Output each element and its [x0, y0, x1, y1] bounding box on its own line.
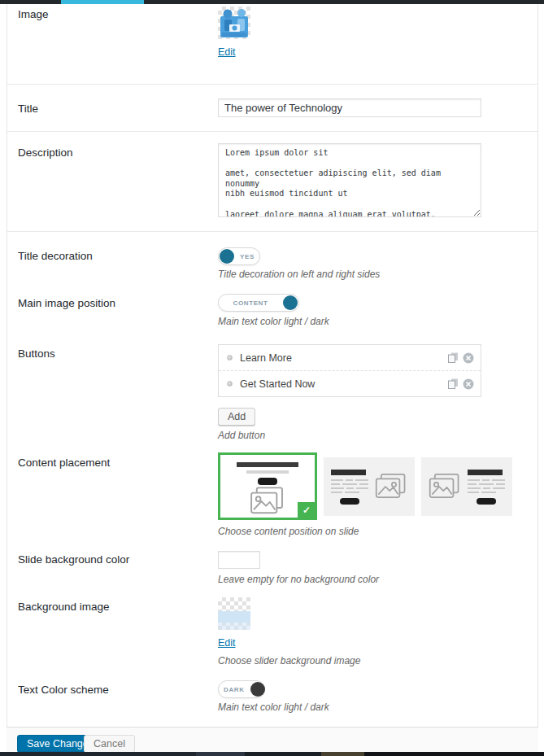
slide-bg-color-input[interactable] [218, 551, 260, 569]
page-content-edge [0, 752, 544, 756]
background-image-helper: Choose slider background image [218, 655, 360, 666]
main-image-position-toggle[interactable]: CONTENT [218, 294, 299, 312]
button-pill-glyph [477, 498, 496, 505]
placement-option-image-left-text-right[interactable] [421, 457, 512, 516]
buttons-field-label: Buttons [18, 347, 55, 360]
image-placeholder-icon [375, 473, 407, 500]
button-list-item[interactable]: Learn More [219, 345, 481, 370]
duplicate-icon[interactable] [448, 352, 459, 363]
content-placement-label: Content placement [18, 457, 110, 469]
image-placeholder-icon [429, 473, 461, 500]
buttons-repeater-list: Learn More Get Started Now [218, 344, 481, 397]
section-divider [7, 131, 538, 132]
toggle-knob-icon [250, 682, 265, 697]
button-pill-glyph [258, 478, 277, 485]
title-decoration-label: Title decoration [18, 250, 93, 262]
placement-option-content-centered[interactable]: ✓ [218, 452, 317, 520]
title-decoration-toggle[interactable]: YES [218, 247, 260, 265]
toggle-state-label: DARK [219, 686, 250, 693]
image-field-label: Image [18, 8, 49, 20]
duplicate-icon[interactable] [448, 378, 459, 389]
footer-bar: Save Changes Cancel [7, 727, 538, 753]
cancel-button[interactable]: Cancel [84, 735, 135, 753]
slide-bg-color-label: Slide background color [18, 553, 129, 566]
delete-icon[interactable] [463, 378, 474, 390]
main-image-position-label: Main image position [18, 297, 115, 309]
background-image-edit-link[interactable]: Edit [218, 637, 236, 649]
background-image-thumbnail[interactable] [218, 597, 250, 630]
bg-image-band [218, 611, 250, 623]
text-color-scheme-toggle[interactable]: DARK [218, 680, 265, 698]
button-item-label: Learn More [240, 352, 448, 364]
toggle-state-label: YES [235, 253, 259, 260]
slide-settings-panel: Image Edit Title Description Lorem ipsum… [0, 0, 544, 756]
add-button-helper: Add button [218, 430, 265, 441]
button-list-item[interactable]: Get Started Now [219, 370, 481, 396]
section-divider [7, 84, 538, 85]
delete-icon[interactable] [463, 352, 474, 364]
content-placement-options: ✓ [218, 452, 512, 520]
image-placeholder-icon [249, 487, 286, 516]
text-column-glyph [468, 470, 505, 505]
title-bar-glyph [237, 462, 298, 467]
people-illustration-icon [218, 7, 250, 39]
title-decoration-helper: Title decoration on left and right sides [218, 269, 380, 280]
add-button[interactable]: Add [218, 408, 255, 426]
active-tab-indicator[interactable] [61, 0, 144, 4]
text-column-glyph [331, 470, 368, 505]
description-textarea[interactable]: Lorem ipsum dolor sit amet, consectetuer… [218, 143, 481, 217]
content-placement-helper: Choose content position on slide [218, 526, 359, 537]
title-input[interactable] [218, 98, 481, 117]
text-color-scheme-label: Text Color scheme [18, 684, 109, 696]
title-field-label: Title [18, 103, 38, 115]
text-color-scheme-helper: Main text color light / dark [218, 701, 329, 713]
selected-check-icon: ✓ [298, 502, 316, 518]
bg-image-band [218, 623, 250, 630]
toggle-knob-icon [283, 295, 298, 310]
button-pill-glyph [340, 498, 359, 505]
image-edit-link[interactable]: Edit [218, 46, 236, 58]
toggle-knob-icon [220, 249, 234, 264]
button-item-label: Get Started Now [240, 378, 448, 390]
drag-dot-icon[interactable] [227, 381, 233, 387]
drag-dot-icon[interactable] [227, 355, 233, 361]
tab-strip [0, 0, 544, 4]
placement-option-text-left-image-right[interactable] [324, 457, 415, 516]
toggle-state-label: CONTENT [219, 299, 282, 307]
subtitle-bar-glyph [246, 470, 289, 474]
main-image-position-helper: Main text color light / dark [218, 316, 329, 327]
description-field-label: Description [18, 146, 73, 159]
background-image-label: Background image [18, 601, 110, 613]
slide-image-thumbnail[interactable] [218, 7, 250, 39]
slide-bg-color-helper: Leave empty for no background color [218, 574, 379, 585]
section-divider [7, 231, 538, 232]
